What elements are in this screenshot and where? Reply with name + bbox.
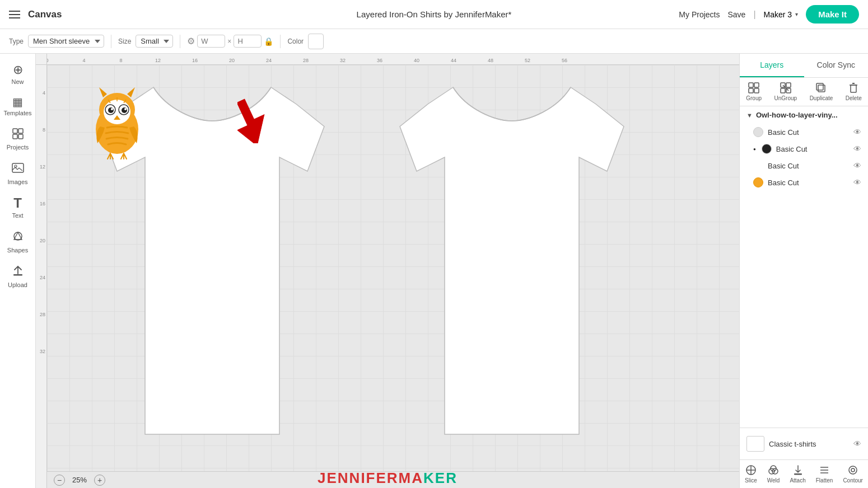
right-panel: Layers Color Sync Group UnGroup Duplicat… <box>739 54 868 488</box>
size-select[interactable]: Small <box>136 35 173 48</box>
toolbar-sep-2 <box>180 35 180 48</box>
ungroup-label: UnGroup <box>774 95 797 101</box>
layer-item-2[interactable]: ● Basic Cut 👁 <box>740 140 868 157</box>
canvas-content[interactable] <box>47 65 739 471</box>
toolbar-sep-3 <box>280 35 281 48</box>
zoom-bar: − 25% + <box>47 471 739 488</box>
save-link[interactable]: Save <box>727 10 745 19</box>
owl-image[interactable] <box>83 82 151 160</box>
svg-rect-28 <box>781 88 785 93</box>
sidebar-text-label: Text <box>12 212 23 219</box>
attach-label: Attach <box>790 477 805 484</box>
layer-item-3[interactable]: Basic Cut 👁 <box>740 157 868 174</box>
svg-rect-25 <box>754 88 759 93</box>
right-panel-tabs: Layers Color Sync <box>740 54 868 78</box>
tshirt-back <box>394 76 629 445</box>
duplicate-tool[interactable]: Duplicate <box>810 82 833 101</box>
layer-color-3-empty <box>753 161 763 171</box>
svg-rect-33 <box>851 85 856 92</box>
ruler-left: 4 8 12 16 20 24 28 32 <box>36 65 47 488</box>
topbar-divider: | <box>753 10 755 20</box>
group-tool[interactable]: Group <box>746 82 762 101</box>
slice-tool[interactable]: Slice <box>745 464 757 484</box>
tab-layers[interactable]: Layers <box>740 54 804 77</box>
svg-marker-21 <box>237 96 275 143</box>
slice-label: Slice <box>745 477 757 484</box>
canvas-area[interactable]: 0 4 8 12 16 20 24 28 32 36 40 44 48 52 5… <box>36 54 739 488</box>
tab-color-sync[interactable]: Color Sync <box>804 54 869 77</box>
svg-point-18 <box>111 108 113 110</box>
height-input[interactable] <box>234 35 262 48</box>
type-group: Type Men Short sleeve <box>9 35 104 48</box>
sidebar-item-new[interactable]: ⊕ New <box>0 58 35 91</box>
svg-rect-8 <box>13 274 22 276</box>
layer-eye-2[interactable]: 👁 <box>853 144 861 153</box>
delete-icon <box>848 82 859 93</box>
sidebar-shapes-label: Shapes <box>7 247 28 254</box>
sidebar-item-projects[interactable]: Projects <box>0 122 35 156</box>
layer-eye-3[interactable]: 👁 <box>853 161 861 170</box>
weld-icon <box>768 464 779 476</box>
svg-rect-4 <box>12 163 24 172</box>
weld-tool[interactable]: Weld <box>767 464 780 484</box>
type-select[interactable]: Men Short sleeve <box>28 35 104 48</box>
sidebar-item-images[interactable]: Images <box>0 156 35 191</box>
layer2-dot-icon: ● <box>753 147 756 152</box>
group-name: Owl-how-to-layer-viny... <box>756 111 838 119</box>
dimensions-group: ⚙ × 🔒 <box>187 35 273 48</box>
svg-point-19 <box>124 108 127 110</box>
topbar: Canvas Layered Iron-On Shirts by Jennife… <box>0 0 868 29</box>
zoom-value: 25% <box>69 476 90 484</box>
size-label: Size <box>118 37 131 45</box>
type-label: Type <box>9 37 24 45</box>
bottom-tools: Slice Weld Attach Flatten Contour <box>740 459 868 488</box>
attach-tool[interactable]: Attach <box>790 464 805 484</box>
size-group: Size Small <box>118 35 173 48</box>
layer-item-4[interactable]: Basic Cut 👁 <box>740 174 868 191</box>
layer-name-4: Basic Cut <box>768 179 849 187</box>
zoom-out-button[interactable]: − <box>54 475 65 486</box>
toolbar: Type Men Short sleeve Size Small ⚙ × 🔒 C… <box>0 29 868 54</box>
zoom-in-button[interactable]: + <box>94 475 105 486</box>
bottom-color-swatch[interactable] <box>746 436 764 452</box>
sidebar-item-shapes[interactable]: Shapes <box>0 224 35 259</box>
flatten-label: Flatten <box>816 477 833 484</box>
bottom-layer-item: Classic t-shirts 👁 <box>746 434 861 454</box>
width-input[interactable] <box>197 35 225 48</box>
layer-color-2 <box>762 144 772 154</box>
hamburger-menu[interactable] <box>9 11 20 18</box>
flatten-tool[interactable]: Flatten <box>816 464 833 484</box>
layers-toolbar: Group UnGroup Duplicate Delete <box>740 78 868 106</box>
layer-name-1: Basic Cut <box>768 128 849 137</box>
layer-color-1 <box>753 127 763 137</box>
ungroup-tool[interactable]: UnGroup <box>774 82 797 101</box>
machine-selector[interactable]: Maker 3 ▾ <box>764 10 799 19</box>
delete-tool[interactable]: Delete <box>846 82 862 101</box>
upload-icon <box>12 265 24 279</box>
layer-item-1[interactable]: Basic Cut 👁 <box>740 124 868 140</box>
svg-rect-24 <box>749 88 753 93</box>
svg-rect-2 <box>13 134 17 139</box>
zoom-in-icon: + <box>97 476 102 485</box>
templates-icon: ▦ <box>12 96 23 107</box>
settings-icon: ⚙ <box>187 36 195 46</box>
text-icon: T <box>13 196 22 210</box>
svg-point-46 <box>849 466 857 474</box>
my-projects-link[interactable]: My Projects <box>679 10 720 19</box>
layer-eye-1[interactable]: 👁 <box>853 128 861 137</box>
layer-group-header[interactable]: ▼ Owl-how-to-layer-viny... <box>740 106 868 124</box>
make-it-button[interactable]: Make It <box>806 5 859 24</box>
bottom-eye[interactable]: 👁 <box>853 439 861 448</box>
shapes-icon <box>12 230 24 245</box>
duplicate-icon <box>815 82 827 93</box>
layer-eye-4[interactable]: 👁 <box>853 178 861 187</box>
group-expand-icon: ▼ <box>746 112 753 119</box>
sidebar-item-templates[interactable]: ▦ Templates <box>0 91 35 122</box>
color-swatch[interactable] <box>308 34 324 49</box>
svg-rect-27 <box>786 83 791 87</box>
topbar-left: Canvas <box>9 9 62 20</box>
sidebar-item-text[interactable]: T Text <box>0 191 35 224</box>
projects-icon <box>12 128 24 142</box>
sidebar-item-upload[interactable]: Upload <box>0 259 35 294</box>
contour-tool[interactable]: Contour <box>843 464 863 484</box>
